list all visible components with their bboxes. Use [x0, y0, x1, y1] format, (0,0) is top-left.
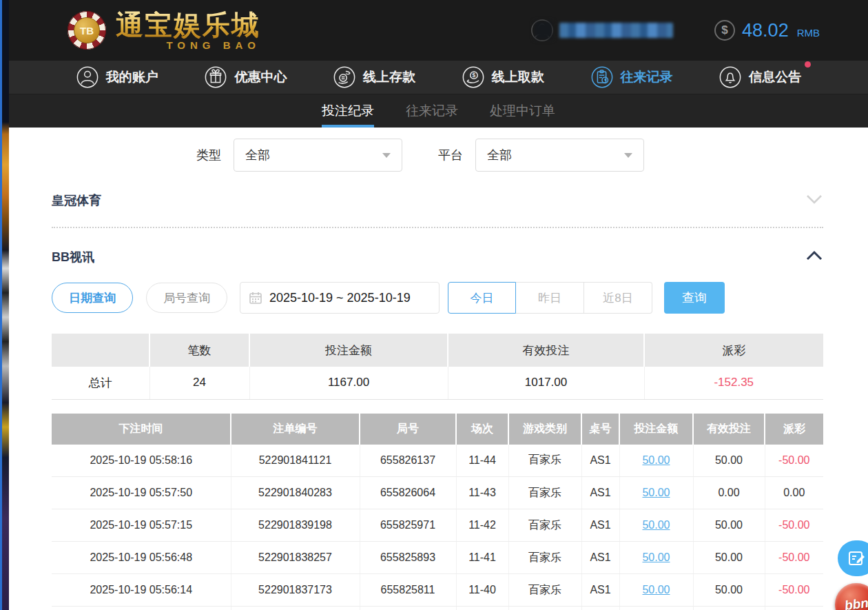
section-title-crown: 皇冠体育: [52, 192, 101, 209]
table-cell: 2025-10-19 05:57:15: [52, 509, 231, 542]
table-cell: 522901841121: [231, 445, 360, 477]
date-range-picker[interactable]: 2025-10-19 ~ 2025-10-19: [240, 282, 440, 314]
table-cell: 11-42: [456, 509, 508, 542]
table-cell: [581, 607, 619, 610]
summary-total-row: 总计 24 1167.00 1017.00 -152.35: [52, 367, 823, 399]
brand-logo[interactable]: TB 通宝娱乐城 TONG BAO: [68, 11, 260, 50]
summary-header-payout: 派彩: [644, 334, 823, 367]
nav-item-announcements[interactable]: 信息公告: [719, 65, 801, 89]
deposit-icon: [333, 65, 356, 89]
col-round-id: 局号: [360, 414, 456, 445]
date-query-button[interactable]: 日期查询: [52, 283, 133, 313]
query-controls: 日期查询 局号查询 2025-10-19 ~ 2025-10-19 今日 昨日 …: [52, 282, 823, 314]
table-cell: 655825971: [360, 509, 456, 542]
dollar-coin-icon: $: [714, 20, 735, 41]
nav-item-promotions[interactable]: 优惠中心: [204, 65, 287, 89]
feedback-edit-button[interactable]: [838, 540, 868, 576]
table-cell: -50.00: [765, 574, 823, 607]
platform-filter: 平台 全部: [438, 139, 644, 172]
nav-item-records[interactable]: 往来记录: [590, 65, 673, 89]
bet-amount-link[interactable]: 50.00: [642, 519, 670, 531]
table-cell: 百家乐: [508, 542, 581, 574]
edit-note-icon: [848, 549, 866, 567]
summary-table: 笔数 投注金额 有效投注 派彩 总计 24 1167.00 1017.00 -1…: [52, 334, 823, 400]
section-bb-video[interactable]: BB视讯: [52, 249, 823, 265]
bet-amount-link[interactable]: 50.00: [642, 584, 670, 596]
balance[interactable]: $ 48.02 RMB: [714, 20, 820, 41]
section-crown-sports[interactable]: 皇冠体育: [52, 192, 823, 228]
round-query-button[interactable]: 局号查询: [146, 283, 227, 313]
top-header: TB 通宝娱乐城 TONG BAO $ 48.02 RMB: [9, 0, 868, 61]
table-cell: 655826064: [360, 477, 456, 509]
summary-header-row: 笔数 投注金额 有效投注 派彩: [52, 334, 823, 367]
summary-bet-amount-value: 1167.00: [249, 367, 448, 399]
search-button[interactable]: 查询: [664, 282, 725, 314]
bet-amount-link[interactable]: 50.00: [642, 551, 670, 563]
table-cell: 2025-10-19 05:56:48: [52, 542, 231, 574]
caret-down-icon: [624, 153, 632, 158]
table-cell: 50.00: [693, 574, 765, 607]
col-bet-time: 下注时间: [52, 414, 231, 445]
account-icon: [76, 65, 99, 89]
chevron-down-icon[interactable]: [805, 194, 823, 207]
chip-monogram: TB: [74, 17, 100, 43]
table-cell: 百家乐: [508, 509, 581, 542]
username-redacted: [559, 23, 673, 38]
main-nav: 我的账户 优惠中心 线上存款: [9, 61, 868, 94]
table-cell: [360, 607, 456, 610]
bet-records-table: 下注时间 注单编号 局号 场次 游戏类别 桌号 投注金额 有效投注 派彩 202…: [52, 414, 823, 610]
table-cell: [231, 607, 360, 610]
tab-pending-orders[interactable]: 处理中订单: [488, 94, 557, 128]
bet-amount-link[interactable]: 50.00: [642, 454, 670, 466]
summary-header-bet-amount: 投注金额: [249, 334, 448, 367]
nav-label: 优惠中心: [234, 68, 287, 86]
table-cell: 2025-10-19 05:56:14: [52, 574, 231, 607]
balance-currency: RMB: [797, 27, 820, 39]
sub-tabs: 投注纪录 往来记录 处理中订单: [9, 94, 868, 128]
platform-select[interactable]: 全部: [475, 139, 644, 172]
table-row: 2025-10-19 05:57:15522901839198655825971…: [52, 509, 823, 542]
table-cell: 11-43: [456, 477, 508, 509]
nav-item-deposit[interactable]: 线上存款: [333, 65, 415, 89]
gift-icon: [204, 65, 227, 89]
header-right: $ 48.02 RMB: [530, 19, 820, 42]
nav-label: 线上取款: [492, 68, 544, 86]
table-cell: 50.00: [619, 477, 693, 509]
casino-chip-icon: TB: [68, 11, 106, 50]
table-cell: 11-41: [456, 542, 508, 574]
table-cell: -50.00: [765, 509, 823, 542]
brand-name-cn: 通宝娱乐城: [116, 11, 260, 39]
table-cell: 522901838257: [231, 542, 360, 574]
user-account[interactable]: [530, 19, 673, 42]
today-button[interactable]: 今日: [448, 282, 516, 314]
tab-bet-records[interactable]: 投注纪录: [320, 94, 375, 128]
col-game-type: 游戏类别: [508, 414, 581, 445]
last-8-days-button[interactable]: 近8日: [584, 282, 652, 314]
chevron-up-icon[interactable]: [805, 250, 823, 264]
bbn-floating-button[interactable]: bbn: [835, 583, 868, 610]
table-row: 2025-10-19 05:57:50522901840283655826064…: [52, 477, 823, 509]
table-cell: 522901839198: [231, 509, 360, 542]
yesterday-button[interactable]: 昨日: [516, 282, 584, 314]
table-body: 2025-10-19 05:58:16522901841121655826137…: [52, 445, 823, 610]
table-row: 2025-10-19 05:58:16522901841121655826137…: [52, 445, 823, 477]
summary-header-valid-bet: 有效投注: [448, 334, 644, 367]
table-cell: AS1: [581, 509, 619, 542]
bbn-label: bbn: [843, 596, 868, 610]
quick-date-group: 今日 昨日 近8日: [448, 282, 652, 314]
table-cell: AS1: [581, 542, 619, 574]
table-cell: 50.00: [619, 509, 693, 542]
nav-item-withdraw[interactable]: $ 线上取款: [462, 65, 544, 89]
table-cell: 50.00: [693, 445, 765, 477]
nav-label: 信息公告: [749, 68, 801, 86]
table-row: 2025-10-19 05:56:48522901838257655825893…: [52, 542, 823, 574]
nav-item-my-account[interactable]: 我的账户: [76, 65, 158, 89]
table-cell: 百家乐: [508, 445, 581, 477]
platform-filter-label: 平台: [438, 147, 463, 163]
type-select[interactable]: 全部: [234, 139, 402, 172]
bet-amount-link[interactable]: 50.00: [642, 487, 670, 498]
table-cell: 百家乐: [508, 574, 581, 607]
table-cell: 百家乐: [508, 477, 581, 509]
tab-transaction-records[interactable]: 往来记录: [404, 94, 459, 128]
withdraw-icon: $: [462, 65, 485, 89]
